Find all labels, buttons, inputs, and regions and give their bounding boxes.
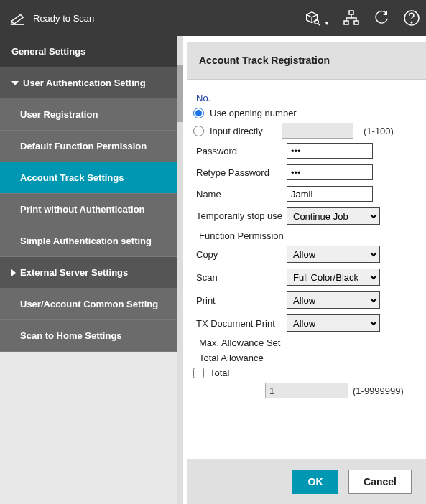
sidebar-label: Simple Authentication setting — [20, 235, 152, 246]
sidebar-item-scan-home[interactable]: Scan to Home Settings — [0, 320, 177, 352]
sidebar-label: User Registration — [20, 109, 98, 120]
svg-point-5 — [411, 22, 412, 23]
sidebar-item-user-account-common[interactable]: User/Account Common Setting — [0, 289, 177, 320]
sidebar-label: User/Account Common Setting — [20, 299, 158, 309]
scroll-thumb[interactable] — [177, 65, 183, 122]
copy-row: Copy Allow — [193, 246, 420, 263]
password-label: Password — [193, 146, 287, 157]
copy-select[interactable]: Allow — [287, 246, 380, 263]
retype-password-label: Retype Password — [193, 167, 287, 178]
copy-label: Copy — [193, 249, 287, 260]
main-panel: Account Track Registration No. Use openi… — [183, 36, 426, 504]
status-text: Ready to Scan — [33, 13, 94, 24]
txdoc-select[interactable]: Allow — [287, 314, 380, 332]
form-area: No. Use opening number Input directly (1… — [187, 80, 426, 459]
svg-rect-3 — [354, 21, 358, 24]
scan-label: Scan — [193, 272, 287, 283]
retype-password-input[interactable] — [287, 164, 373, 180]
temp-stop-label: Temporarily stop use — [193, 210, 287, 222]
sidebar-item-user-auth[interactable]: User Authentication Setting — [0, 67, 177, 99]
total-checkbox-label: Total — [210, 368, 229, 378]
sidebar-item-simple-auth[interactable]: Simple Authentication setting — [0, 225, 177, 257]
password-row: Password — [193, 143, 420, 159]
body: General Settings User Authentication Set… — [0, 36, 426, 504]
network-icon[interactable] — [343, 9, 360, 27]
func-perm-label: Function Permission — [199, 230, 420, 241]
page-title: Account Track Registration — [187, 42, 426, 80]
name-input[interactable] — [287, 186, 373, 202]
refresh-icon[interactable] — [373, 9, 390, 27]
print-label: Print — [193, 295, 287, 306]
header-right: ▼ — [304, 9, 420, 27]
radio-use-opening-label: Use opening number — [210, 108, 297, 118]
chevron-down-icon — [11, 81, 19, 85]
temp-stop-select[interactable]: Continue Job — [287, 207, 380, 225]
input-directly-hint: (1-100) — [364, 126, 394, 136]
no-label: No. — [196, 93, 420, 103]
sidebar-label: Scan to Home Settings — [20, 330, 122, 341]
ok-button[interactable]: OK — [292, 470, 338, 494]
sidebar-scrollbar[interactable] — [177, 36, 183, 504]
password-input[interactable] — [287, 143, 373, 159]
header-left: Ready to Scan — [9, 9, 94, 27]
total-checkbox[interactable] — [193, 368, 204, 378]
sidebar-item-general[interactable]: General Settings — [0, 36, 177, 67]
max-allowance-label: Max. Allowance Set — [199, 337, 420, 348]
total-value-row: (1-9999999) — [265, 383, 420, 398]
sidebar-item-user-registration[interactable]: User Registration — [0, 99, 177, 131]
radio-input-directly-row: Input directly (1-100) — [193, 123, 420, 139]
sidebar-label: Account Track Settings — [20, 172, 124, 183]
svg-rect-1 — [349, 11, 353, 14]
scanner-icon — [9, 9, 26, 27]
sidebar-item-account-track[interactable]: Account Track Settings — [0, 162, 177, 194]
retype-password-row: Retype Password — [193, 164, 420, 180]
txdoc-row: TX Document Print Allow — [193, 314, 420, 332]
txdoc-label: TX Document Print — [193, 318, 287, 329]
radio-use-opening-row: Use opening number — [193, 108, 420, 118]
sidebar-item-external-server[interactable]: External Server Settings — [0, 257, 177, 289]
chevron-right-icon — [11, 269, 16, 276]
total-input[interactable] — [265, 383, 348, 398]
total-allowance-label: Total Allowance — [199, 353, 420, 363]
print-select[interactable]: Allow — [287, 291, 380, 309]
temp-stop-row: Temporarily stop use Continue Job — [193, 207, 420, 225]
help-icon[interactable] — [403, 9, 420, 27]
sidebar-label: External Server Settings — [20, 267, 128, 278]
radio-use-opening[interactable] — [193, 108, 204, 118]
cube-search-icon[interactable] — [304, 9, 321, 27]
sidebar-label: Print without Authentication — [20, 204, 145, 215]
radio-input-directly-label: Input directly — [210, 126, 276, 136]
name-label: Name — [193, 189, 287, 200]
svg-rect-2 — [344, 21, 348, 24]
scan-select[interactable]: Full Color/Black — [287, 269, 380, 286]
print-row: Print Allow — [193, 291, 420, 309]
total-hint: (1-9999999) — [353, 386, 404, 396]
scan-row: Scan Full Color/Black — [193, 269, 420, 286]
sidebar-label: Default Function Permission — [20, 141, 147, 151]
dot-icon: ▼ — [324, 20, 330, 27]
sidebar-label: User Authentication Setting — [23, 78, 146, 88]
name-row: Name — [193, 186, 420, 202]
sidebar-item-print-noauth[interactable]: Print without Authentication — [0, 194, 177, 225]
footer: OK Cancel — [187, 459, 426, 504]
header-bar: Ready to Scan ▼ — [0, 0, 426, 36]
sidebar-item-default-permission[interactable]: Default Function Permission — [0, 131, 177, 162]
sidebar-label: General Settings — [11, 46, 85, 57]
cancel-button[interactable]: Cancel — [348, 470, 412, 494]
total-checkbox-row: Total — [193, 368, 420, 378]
sidebar: General Settings User Authentication Set… — [0, 36, 183, 504]
radio-input-directly[interactable] — [193, 126, 204, 136]
input-directly-field[interactable] — [282, 123, 353, 139]
